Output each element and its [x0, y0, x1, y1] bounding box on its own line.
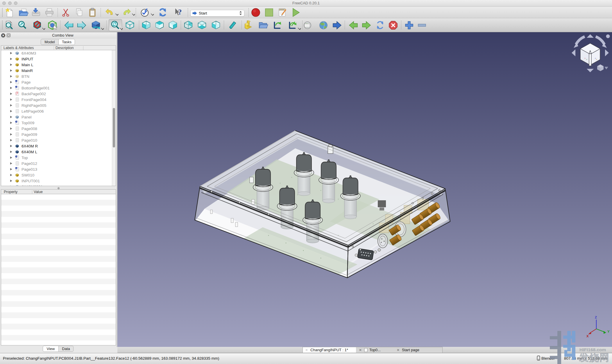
svg-text:?: ?	[178, 8, 182, 16]
svg-text:Z: Z	[595, 316, 597, 319]
svg-text:发烧网: 发烧网	[579, 352, 610, 363]
svg-text:HIFI168.com: HIFI168.com	[579, 347, 606, 352]
